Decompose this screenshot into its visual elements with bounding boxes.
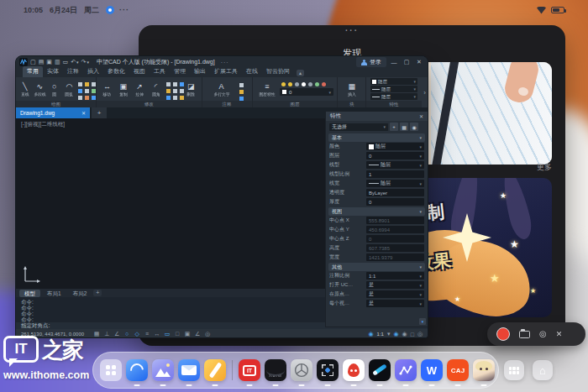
minimize-button[interactable]: —: [389, 60, 399, 65]
home-button[interactable]: ⌂: [533, 360, 553, 380]
ithome-app-icon[interactable]: IT: [239, 359, 260, 381]
palette-title-bar[interactable]: 特性 ✕: [326, 112, 428, 121]
property-field[interactable]: 1:1▾: [366, 272, 424, 280]
otrack-toggle-icon[interactable]: ≡: [143, 330, 151, 338]
quick-select-button[interactable]: +: [390, 123, 398, 131]
gallery-app-icon[interactable]: [152, 359, 174, 381]
lineweight-control-dropdown[interactable]: 随层▾: [370, 86, 417, 92]
notes-app-icon[interactable]: [204, 359, 226, 381]
tab-tools[interactable]: 工具: [150, 66, 170, 77]
undo-icon[interactable]: ↶: [71, 58, 76, 66]
polyline-tool[interactable]: ∿多段线: [33, 81, 48, 97]
layout-tab-layout2[interactable]: 布局2: [68, 290, 92, 297]
clean-screen-icon[interactable]: □: [411, 332, 414, 337]
property-field[interactable]: 随层▾: [366, 161, 424, 169]
close-button[interactable]: ✕: [414, 59, 424, 65]
workspace-switch-icon[interactable]: ◉: [402, 331, 407, 337]
annotate-extra-tools-grid[interactable]: [239, 83, 244, 87]
group-label-draw[interactable]: 绘图: [16, 101, 96, 107]
undo-dropdown-icon[interactable]: ▾: [76, 58, 79, 66]
title-more-icon[interactable]: ···: [221, 60, 229, 65]
section-header-view[interactable]: 视图▾: [328, 207, 425, 216]
section-header-misc[interactable]: 其他▾: [328, 263, 425, 271]
annotation-scale-value[interactable]: 1:1: [377, 332, 384, 337]
app-launcher-icon[interactable]: [100, 359, 122, 381]
selection-cycling-toggle-icon[interactable]: ∠: [193, 330, 202, 338]
tab-cloud-collab[interactable]: 智云协同: [262, 66, 294, 77]
property-field[interactable]: 是▾: [366, 281, 424, 289]
group-label-block[interactable]: 块: [338, 101, 365, 107]
tab-home[interactable]: 常用: [23, 66, 43, 77]
osnap-toggle-icon[interactable]: ◇: [133, 330, 141, 338]
ducs-toggle-icon[interactable]: ↔: [153, 330, 161, 338]
tab-view[interactable]: 视图: [129, 66, 150, 77]
property-field[interactable]: 是▾: [366, 290, 424, 298]
dyn-toggle-icon[interactable]: ▭: [163, 330, 171, 338]
caj-app-icon[interactable]: CAJ: [447, 359, 469, 381]
ribbon-expand-chevron-icon[interactable]: ›: [422, 77, 428, 107]
record-button[interactable]: [496, 327, 510, 341]
selection-filter-dropdown[interactable]: 无选择 ▾: [329, 123, 388, 131]
property-field[interactable]: 随层▾: [366, 143, 424, 150]
quickview-toggle-icon[interactable]: ◎: [203, 330, 212, 338]
sketch-app-icon[interactable]: [395, 359, 417, 381]
grid-toggle-icon[interactable]: ⊥: [102, 330, 111, 338]
move-tool[interactable]: ↔移动: [99, 81, 114, 97]
property-field[interactable]: 1: [366, 170, 424, 178]
modify-extra-tools-grid[interactable]: [166, 82, 171, 86]
transparency-toggle-icon[interactable]: ▣: [183, 330, 192, 338]
login-button[interactable]: 登录: [356, 57, 386, 67]
discover-more-link[interactable]: 更多: [537, 162, 552, 173]
palette-scroll-down-icon[interactable]: ▾: [419, 318, 426, 325]
open-file-icon[interactable]: ▤: [39, 58, 45, 66]
layer-dropdown[interactable]: 0 ▾: [280, 88, 333, 96]
record-close-icon[interactable]: ✕: [556, 331, 563, 338]
file-tab-close-icon[interactable]: ✕: [81, 110, 86, 116]
layer-state-icons[interactable]: [281, 82, 286, 86]
xiaomi-app-icon[interactable]: XIAOMI: [265, 359, 286, 381]
wps-app-icon[interactable]: W: [421, 359, 443, 381]
scanner-app-icon[interactable]: [317, 359, 339, 381]
tab-solid[interactable]: 实体: [43, 66, 63, 77]
line-tool[interactable]: ╲直线: [18, 81, 33, 97]
ortho-toggle-icon[interactable]: ∠: [113, 330, 121, 338]
save-as-icon[interactable]: ▥: [55, 58, 60, 66]
layout-tab-layout1[interactable]: 布局1: [42, 290, 66, 297]
linetype-control-dropdown[interactable]: 随层▾: [370, 93, 417, 100]
copy-tool[interactable]: ▣复制: [116, 81, 131, 97]
browser-app-icon[interactable]: [126, 359, 148, 381]
plot-icon[interactable]: ▭: [63, 58, 69, 66]
insert-block-tool[interactable]: ▦插入: [344, 81, 360, 97]
redo-dropdown-icon[interactable]: ▾: [87, 58, 89, 66]
polar-toggle-icon[interactable]: ○: [123, 330, 131, 338]
window-drag-handle[interactable]: ···: [139, 26, 565, 35]
add-layout-button[interactable]: +: [93, 290, 102, 296]
stretch-tool[interactable]: ↗拉伸: [132, 81, 147, 97]
ribbon-collapse-icon[interactable]: ▴: [297, 70, 304, 76]
new-file-tab-button[interactable]: +: [92, 107, 107, 118]
tab-parametric[interactable]: 参数化: [103, 66, 129, 77]
genshin-app-icon[interactable]: [473, 359, 495, 381]
group-label-annotate[interactable]: 注释: [202, 101, 252, 107]
palette-close-icon[interactable]: ✕: [419, 113, 423, 119]
notification-dot-icon[interactable]: [106, 6, 114, 14]
file-tab-drawing1[interactable]: Drawing1.dwg ✕: [16, 107, 90, 118]
property-field[interactable]: 是▾: [366, 300, 424, 307]
recordings-folder-icon[interactable]: [519, 331, 530, 338]
tab-manage[interactable]: 管理: [170, 66, 190, 77]
group-label-modify[interactable]: 修改: [97, 101, 202, 107]
tab-insert[interactable]: 插入: [83, 66, 103, 77]
mtext-tool[interactable]: A多行文字: [211, 81, 233, 97]
group-label-layer[interactable]: 图层: [253, 101, 338, 107]
record-settings-icon[interactable]: ◎: [539, 330, 547, 338]
property-field[interactable]: 0▾: [366, 152, 424, 159]
property-field[interactable]: ByLayer: [366, 189, 424, 196]
annotation-visibility-icon[interactable]: ◉: [368, 331, 373, 337]
erase-tool[interactable]: ◪删除: [183, 81, 198, 97]
mercedes-app-icon[interactable]: [291, 359, 312, 381]
toggle-pickadd-button[interactable]: ◉: [410, 123, 418, 131]
circle-tool[interactable]: ○圆: [47, 81, 62, 97]
property-field[interactable]: 随层▾: [366, 180, 424, 187]
arc-tool[interactable]: ◠圆弧: [62, 81, 77, 97]
color-control-dropdown[interactable]: 随层▾: [370, 78, 417, 85]
